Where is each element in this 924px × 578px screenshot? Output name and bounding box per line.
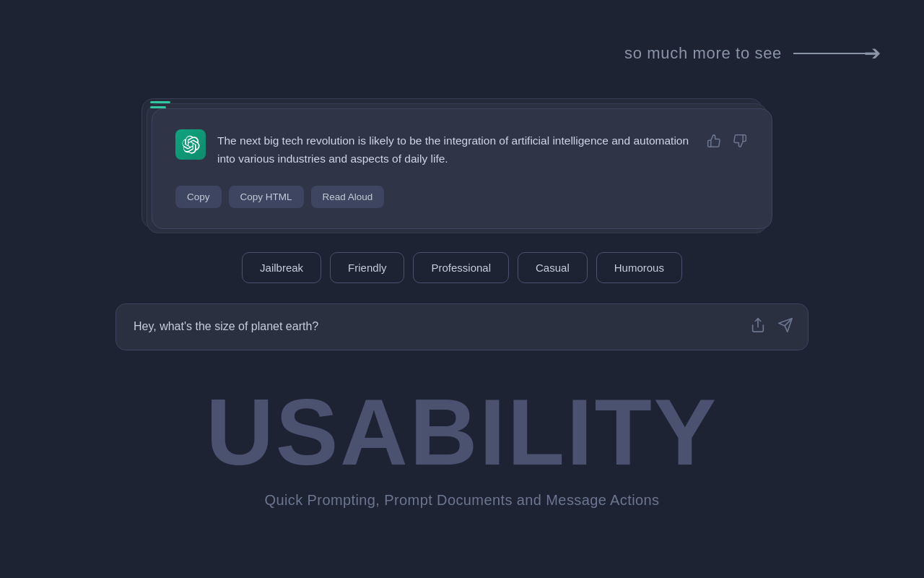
input-action-icons xyxy=(750,317,793,337)
chat-message-text: The next big tech revolution is likely t… xyxy=(217,129,694,168)
arrow-decoration: ➔ xyxy=(793,43,881,64)
tone-btn-casual[interactable]: Casual xyxy=(518,252,588,283)
menu-line-1 xyxy=(150,101,170,103)
thumbs-down-button[interactable] xyxy=(731,132,749,150)
copy-button[interactable]: Copy xyxy=(175,186,222,208)
main-content: The next big tech revolution is likely t… xyxy=(130,108,794,509)
chat-card-wrapper: The next big tech revolution is likely t… xyxy=(152,108,772,229)
tagline-area: so much more to see ➔ xyxy=(624,43,881,64)
menu-lines-decoration xyxy=(150,101,170,108)
chat-card: The next big tech revolution is likely t… xyxy=(152,108,772,229)
thumbs-down-icon xyxy=(733,134,747,148)
chat-action-buttons: Copy Copy HTML Read Aloud xyxy=(175,186,749,208)
input-value-text: Hey, what's the size of planet earth? xyxy=(134,320,750,333)
send-icon[interactable] xyxy=(777,317,793,337)
tone-btn-friendly[interactable]: Friendly xyxy=(330,252,404,283)
tone-btn-humorous[interactable]: Humorous xyxy=(596,252,682,283)
share-icon[interactable] xyxy=(750,317,766,337)
chat-reaction-buttons xyxy=(705,129,749,150)
tone-btn-jailbreak[interactable]: Jailbreak xyxy=(242,252,321,283)
thumbs-up-icon xyxy=(707,134,721,148)
arrow-head-icon: ➔ xyxy=(864,43,881,64)
openai-logo-icon xyxy=(181,135,200,154)
arrow-line-bar xyxy=(793,53,866,54)
tone-btn-professional[interactable]: Professional xyxy=(413,252,509,283)
thumbs-up-button[interactable] xyxy=(705,132,723,150)
usability-subtitle: Quick Prompting, Prompt Documents and Me… xyxy=(265,492,660,509)
usability-headline: USABILITY xyxy=(206,385,718,479)
avatar xyxy=(175,129,206,160)
copy-html-button[interactable]: Copy HTML xyxy=(229,186,304,208)
tone-buttons-row: Jailbreak Friendly Professional Casual H… xyxy=(242,252,682,283)
chat-message-row: The next big tech revolution is likely t… xyxy=(175,129,749,168)
read-aloud-button[interactable]: Read Aloud xyxy=(311,186,385,208)
chat-input-bar: Hey, what's the size of planet earth? xyxy=(116,303,808,350)
tagline-text: so much more to see xyxy=(624,44,782,63)
